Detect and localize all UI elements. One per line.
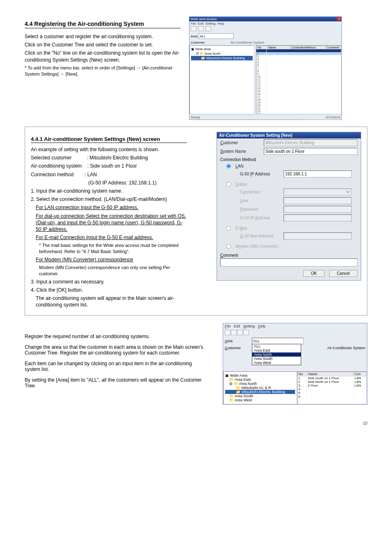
modem-radio[interactable] — [226, 244, 231, 249]
customer-label: Customer — [191, 41, 205, 44]
section1-p2: Click on the Customer Tree and select th… — [25, 41, 181, 48]
step4-note: The air-conditioning system will appear … — [36, 295, 187, 308]
conn-label: Connection method — [31, 172, 74, 177]
g50-ip-label: G-50 IP Address — [240, 172, 281, 176]
modem-label: Modem (MN Converter) — [235, 244, 279, 249]
g50-note: (G-50 IP Address: 192.168.1.1) — [88, 180, 187, 186]
ac-system-grid[interactable]: No Name Con 1Side south on 1 FloorLAN 2S… — [297, 371, 367, 404]
customer-label: CCustomerustomer — [220, 140, 261, 145]
section1-p1: Select a customer and register the air-c… — [25, 33, 181, 40]
toolbar[interactable] — [223, 329, 367, 337]
subsection-title: 4.4.1 Air-conditioner System Settings (N… — [31, 136, 187, 143]
customer-field — [264, 139, 357, 146]
step3: 3. Input a comment as necessary. — [31, 279, 187, 285]
ac-section-label: Air-Conditioner System — [231, 41, 264, 44]
ac-settings-dialog: Air-Conditioner System Setting [New] CCu… — [217, 132, 361, 281]
toolbar-btn[interactable] — [205, 26, 211, 31]
ac-system-label: Air-Conditioner System — [327, 346, 365, 350]
dialup-radio[interactable] — [226, 182, 231, 187]
dialup-pass-field — [284, 206, 352, 213]
menubar[interactable]: File Edit Setting Help — [223, 323, 367, 329]
toolbar-btn[interactable] — [198, 26, 204, 31]
system-name-label: System Name — [220, 149, 261, 154]
section3-p3: Each item can be changed by clicking on … — [25, 361, 205, 372]
connection-method-label: Connection Method — [217, 156, 361, 163]
dialup-ip-field — [284, 214, 352, 221]
area-label: Area — [225, 339, 249, 343]
email-addr-label: G-50 Mail Address — [240, 234, 281, 238]
conn-val: : LAN — [85, 172, 97, 177]
dialup-conn-label: Connection — [240, 190, 281, 194]
close-icon[interactable]: × — [337, 17, 341, 21]
lan-label: LAN — [235, 164, 243, 168]
dialup-user-label: User — [240, 198, 281, 203]
system-name-field[interactable] — [264, 148, 357, 155]
area-dropdown[interactable]: ALL Area East Area North Area South Area… — [252, 344, 301, 365]
step2c-note: * The mail basic settings for the Wide a… — [39, 242, 187, 255]
email-radio[interactable] — [226, 226, 231, 231]
section1-p3: Click on the "No" line on the air-condit… — [25, 50, 181, 63]
dialup-label: Dialup — [235, 182, 247, 187]
status-date: 4/15/2014 — [325, 115, 340, 119]
dialup-user-field — [284, 197, 352, 204]
customer-tree[interactable]: ▣ Wide-Area ⊟ 📁 Area North 📁 Mitsubishi … — [189, 45, 254, 114]
dialup-ip-label: G-50 IP Address — [240, 216, 281, 220]
step4: 4. Click the [OK] button. — [31, 287, 187, 293]
toolbar-btn[interactable] — [191, 26, 196, 31]
step2a: For LAN connection Input the G-50 IP add… — [36, 205, 138, 210]
section2-intro: An example of setting with the following… — [31, 146, 187, 153]
g50-ip-field[interactable] — [284, 170, 352, 177]
section3-p2: Change the area so that the customer in … — [25, 344, 205, 356]
section3-p4: By setting the [Area] item to "ALL", all… — [25, 377, 205, 389]
menubar[interactable]: File Edit Setting Help — [189, 21, 341, 26]
sel-cust-label: Selected customer — [31, 155, 71, 161]
step1: 1. Input the air-conditioning system nam… — [31, 188, 187, 194]
sys-val: : Side south on 1 Floor — [87, 163, 137, 169]
toolbar[interactable] — [189, 26, 341, 32]
main-window: Wide area access × File Edit Setting Hel… — [189, 16, 342, 120]
step2c: For E-mail Connection Input the G-50 E-m… — [36, 235, 153, 240]
status-text: Ready — [191, 115, 200, 119]
sys-label: Air-conditioning system — [31, 163, 82, 169]
customer-label: Customer — [225, 346, 249, 350]
email-addr-field — [284, 233, 352, 240]
section3-p1: Register the required number of air-cond… — [25, 334, 205, 339]
step2: 2. Select the connection method. (LAN/Di… — [31, 196, 187, 203]
area-filter-window: File Edit Setting Help Area ALL Area Eas… — [223, 323, 367, 405]
window-title: Wide area access — [189, 17, 341, 21]
page-number: 10 — [25, 421, 367, 426]
email-label: E-Mail — [235, 226, 247, 230]
area-label: Area — [191, 35, 198, 38]
step2d-note: Modem (MN Converter) correspondence can … — [39, 265, 187, 277]
comment-field[interactable] — [220, 258, 357, 267]
section1-p4: * To add from the menu bar, select in or… — [25, 65, 181, 77]
cancel-button[interactable]: Cancel — [329, 270, 357, 277]
dialup-pass-label: Password — [240, 207, 281, 212]
sel-cust-val: : Mitsubishi Electric Building — [87, 155, 148, 161]
customer-tree[interactable]: ▣ Wide-Area 📁 Area East ⊟ 📁 Area North 📁… — [223, 371, 297, 404]
dialog-title: Air-Conditioner System Setting [New] — [217, 132, 361, 138]
section-title: 4.4 Registering the Air-conditioning Sys… — [25, 21, 181, 28]
ac-system-grid[interactable]: No Name ConnectionMethod Comment 1 2 3 4… — [256, 45, 341, 114]
area-input[interactable] — [198, 33, 234, 39]
step2b: For dial-up connection Select the connec… — [36, 213, 186, 232]
area-combo[interactable] — [252, 338, 304, 344]
comment-label: Comment — [217, 251, 361, 258]
ok-button[interactable]: OK — [303, 270, 325, 277]
step2d: For Modem (MN Converter) correspondence — [36, 257, 133, 263]
dialup-connection-select — [284, 189, 352, 196]
lan-radio[interactable] — [226, 164, 231, 169]
